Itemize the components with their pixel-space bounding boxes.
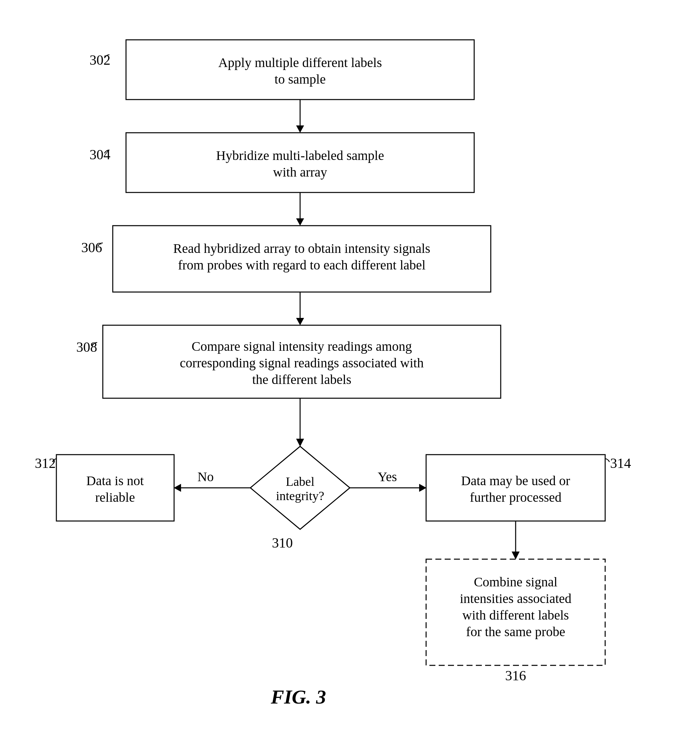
flowchart-diagram: 302 Apply multiple different labels to s… <box>0 0 700 747</box>
step-316-text4: for the same probe <box>466 624 566 639</box>
label-304: 304 <box>89 147 110 162</box>
step-312-text2: reliable <box>95 490 135 505</box>
step-316-text3: with different labels <box>462 608 569 623</box>
step-308-text: Compare signal intensity readings among <box>192 339 412 354</box>
no-label: No <box>198 469 214 484</box>
label-312: 312 <box>35 456 56 471</box>
step-314-text2: further processed <box>470 490 562 505</box>
label-308: 308 <box>76 339 97 355</box>
diamond-310-text: Label <box>286 475 315 488</box>
fig-caption: FIG. 3 <box>271 686 326 708</box>
step-308-text2: corresponding signal readings associated… <box>180 355 424 370</box>
step-302-text: Apply multiple different labels <box>218 55 382 70</box>
step-314-text: Data may be used or <box>461 473 570 488</box>
step-302-text2: to sample <box>275 72 326 87</box>
step-306-text2: from probes with regard to each differen… <box>178 257 426 272</box>
diamond-310-text2: integrity? <box>276 489 324 503</box>
yes-label: Yes <box>378 469 397 484</box>
step-306-text: Read hybridized array to obtain intensit… <box>173 241 430 256</box>
label-306: 306 <box>81 240 102 255</box>
label-316: 316 <box>505 668 526 683</box>
step-316-text2: intensities associated <box>460 591 572 606</box>
label-310: 310 <box>272 535 293 550</box>
step-304-text2: with array <box>273 165 327 180</box>
step-304-text: Hybridize multi-labeled sample <box>216 148 384 163</box>
step-316-text: Combine signal <box>474 575 557 589</box>
step-308-text3: the different labels <box>252 372 351 387</box>
label-314: 314 <box>610 456 631 471</box>
step-312-text: Data is not <box>86 473 143 488</box>
